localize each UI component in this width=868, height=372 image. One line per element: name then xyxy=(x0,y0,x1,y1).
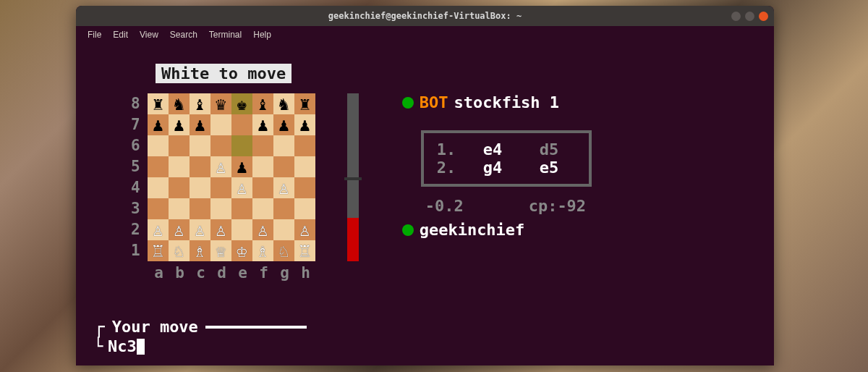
piece[interactable]: ♙ xyxy=(237,179,247,197)
square[interactable]: ♟ xyxy=(273,114,294,135)
square[interactable]: ♟ xyxy=(190,114,210,135)
piece[interactable]: ♙ xyxy=(216,158,226,176)
square[interactable] xyxy=(273,198,294,219)
piece[interactable]: ♛ xyxy=(216,95,226,113)
square[interactable]: ♛ xyxy=(210,93,231,114)
piece[interactable]: ♔ xyxy=(237,242,247,260)
square[interactable]: ♗ xyxy=(190,240,210,261)
piece[interactable]: ♘ xyxy=(174,242,184,260)
square[interactable] xyxy=(231,114,252,135)
piece[interactable]: ♙ xyxy=(174,221,184,239)
piece[interactable]: ♟ xyxy=(237,158,247,176)
square[interactable] xyxy=(190,198,210,219)
square[interactable] xyxy=(294,156,315,177)
square[interactable]: ♙ xyxy=(190,219,210,240)
square[interactable]: ♙ xyxy=(231,177,252,198)
piece[interactable]: ♜ xyxy=(299,95,310,113)
menu-edit[interactable]: Edit xyxy=(109,28,132,41)
square[interactable]: ♟ xyxy=(169,114,190,135)
piece[interactable]: ♟ xyxy=(195,116,205,134)
menu-help[interactable]: Help xyxy=(249,28,276,41)
square[interactable]: ♜ xyxy=(148,93,169,114)
square[interactable]: ♘ xyxy=(273,240,294,261)
square[interactable] xyxy=(231,198,252,219)
input-line[interactable]: └ Nc3 xyxy=(93,337,307,355)
piece[interactable]: ♙ xyxy=(299,221,310,239)
square[interactable] xyxy=(210,198,231,219)
square[interactable]: ♙ xyxy=(210,156,231,177)
piece[interactable]: ♘ xyxy=(278,242,289,260)
square[interactable]: ♙ xyxy=(252,219,273,240)
square[interactable] xyxy=(210,114,231,135)
square[interactable] xyxy=(294,198,315,219)
square[interactable]: ♙ xyxy=(273,177,294,198)
square[interactable] xyxy=(190,156,210,177)
menu-search[interactable]: Search xyxy=(166,28,202,41)
square[interactable]: ♔ xyxy=(231,240,252,261)
chessboard[interactable]: ♜♞♝♛♚♝♞♜♟♟♟♟♟♟♙♟♙♙♙♙♙♙♙♙♖♘♗♕♔♗♘♖ xyxy=(148,93,315,261)
square[interactable]: ♟ xyxy=(148,114,169,135)
square[interactable]: ♗ xyxy=(252,240,273,261)
piece[interactable]: ♖ xyxy=(299,242,310,260)
square[interactable] xyxy=(252,198,273,219)
square[interactable] xyxy=(294,177,315,198)
piece[interactable]: ♞ xyxy=(278,95,289,113)
square[interactable]: ♜ xyxy=(294,93,315,114)
square[interactable]: ♟ xyxy=(231,156,252,177)
piece[interactable]: ♕ xyxy=(216,242,226,260)
piece[interactable]: ♙ xyxy=(258,221,268,239)
square[interactable] xyxy=(273,135,294,156)
square[interactable]: ♝ xyxy=(190,93,210,114)
piece[interactable]: ♙ xyxy=(153,221,163,239)
close-button[interactable] xyxy=(759,12,768,21)
piece[interactable]: ♙ xyxy=(195,221,205,239)
piece[interactable]: ♟ xyxy=(299,116,310,134)
square[interactable] xyxy=(252,177,273,198)
square[interactable]: ♟ xyxy=(294,114,315,135)
square[interactable]: ♙ xyxy=(148,219,169,240)
square[interactable] xyxy=(210,177,231,198)
square[interactable]: ♙ xyxy=(210,219,231,240)
square[interactable]: ♚ xyxy=(231,93,252,114)
square[interactable] xyxy=(190,135,210,156)
square[interactable]: ♝ xyxy=(252,93,273,114)
maximize-button[interactable] xyxy=(745,12,754,21)
menu-file[interactable]: File xyxy=(83,28,106,41)
square[interactable]: ♞ xyxy=(169,93,190,114)
square[interactable]: ♙ xyxy=(169,219,190,240)
piece[interactable]: ♖ xyxy=(153,242,163,260)
square[interactable] xyxy=(148,135,169,156)
square[interactable] xyxy=(294,135,315,156)
square[interactable]: ♟ xyxy=(252,114,273,135)
square[interactable] xyxy=(148,177,169,198)
square[interactable] xyxy=(169,135,190,156)
square[interactable] xyxy=(252,135,273,156)
piece[interactable]: ♟ xyxy=(153,116,163,134)
piece[interactable]: ♚ xyxy=(237,95,247,113)
piece[interactable]: ♝ xyxy=(195,95,205,113)
piece[interactable]: ♗ xyxy=(195,242,205,260)
square[interactable] xyxy=(190,177,210,198)
square[interactable] xyxy=(273,156,294,177)
piece[interactable]: ♝ xyxy=(258,95,268,113)
square[interactable] xyxy=(169,198,190,219)
square[interactable] xyxy=(231,219,252,240)
square[interactable] xyxy=(169,177,190,198)
square[interactable] xyxy=(273,219,294,240)
piece[interactable]: ♟ xyxy=(174,116,184,134)
square[interactable]: ♘ xyxy=(169,240,190,261)
piece[interactable]: ♙ xyxy=(216,221,226,239)
piece[interactable]: ♟ xyxy=(278,116,289,134)
piece[interactable]: ♗ xyxy=(258,242,268,260)
square[interactable] xyxy=(231,135,252,156)
move-input[interactable]: Nc3 xyxy=(108,337,137,355)
square[interactable] xyxy=(210,135,231,156)
menu-view[interactable]: View xyxy=(135,28,163,41)
minimize-button[interactable] xyxy=(731,12,741,21)
square[interactable] xyxy=(148,156,169,177)
piece[interactable]: ♞ xyxy=(174,95,184,113)
piece[interactable]: ♙ xyxy=(278,179,289,197)
square[interactable] xyxy=(169,156,190,177)
titlebar[interactable]: geekinchief@geekinchief-VirtualBox: ~ xyxy=(76,6,774,26)
square[interactable]: ♞ xyxy=(273,93,294,114)
